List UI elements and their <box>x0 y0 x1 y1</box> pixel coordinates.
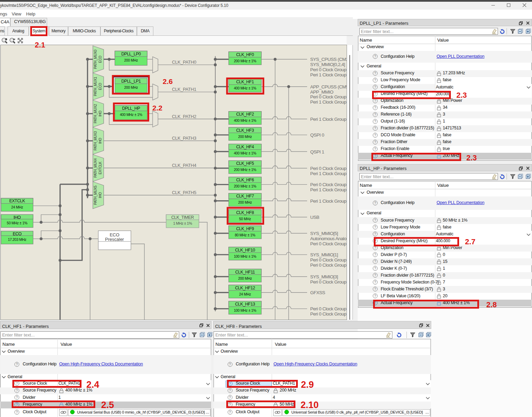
svg-text:SYS_MMIO[3]: SYS_MMIO[3] <box>310 274 338 279</box>
svg-text:CLK_PATH2: CLK_PATH2 <box>172 114 196 119</box>
svg-text:400 MHz ± 1%: 400 MHz ± 1% <box>234 86 256 90</box>
svg-text:IHO: IHO <box>98 192 102 198</box>
svg-text:QSPI 0: QSPI 0 <box>310 132 324 138</box>
svg-text:Prescaler: Prescaler <box>105 237 124 242</box>
svg-text:200 MHz ± 1%: 200 MHz ± 1% <box>234 59 256 63</box>
svg-text:200 MHz ± 1%: 200 MHz ± 1% <box>234 168 256 172</box>
svg-text:400 MHz ± 1%: 400 MHz ± 1% <box>234 118 256 122</box>
svg-text:200 MHz: 200 MHz <box>238 276 252 280</box>
svg-text:PATH_MUX4: PATH_MUX4 <box>94 158 97 178</box>
svg-text:SYS_MMIO[5]: SYS_MMIO[5] <box>310 231 338 236</box>
svg-text:PATH_MUX5: PATH_MUX5 <box>94 185 97 205</box>
svg-text:ECO: ECO <box>98 55 102 63</box>
svg-text:Peri 0 Clock Group: Peri 0 Clock Group <box>310 257 346 263</box>
svg-text:CLK_PATH0: CLK_PATH0 <box>172 60 196 65</box>
svg-text:CLK_HF11: CLK_HF11 <box>235 270 255 275</box>
svg-text:17.203 MHz: 17.203 MHz <box>8 237 26 242</box>
svg-text:CLK_PATH5: CLK_PATH5 <box>172 190 196 195</box>
svg-text:QSPI 1: QSPI 1 <box>310 149 324 154</box>
svg-text:Autonomous Analog: Autonomous Analog <box>310 236 347 241</box>
svg-text:Peri 1 Clock Group: Peri 1 Clock Group <box>310 117 346 122</box>
svg-text:24 MHz: 24 MHz <box>11 205 23 209</box>
svg-text:CLK_HF8: CLK_HF8 <box>236 210 254 215</box>
svg-text:Peri 0 Clock Group: Peri 0 Clock Group <box>310 94 346 99</box>
svg-text:IHO: IHO <box>98 138 102 143</box>
svg-text:Peri 1 Clock Group: Peri 1 Clock Group <box>310 72 346 77</box>
svg-text:ECO: ECO <box>13 232 22 236</box>
svg-text:PATH_MUX2: PATH_MUX2 <box>94 104 97 124</box>
svg-text:Peri 0 Clock Group: Peri 0 Clock Group <box>310 182 346 187</box>
svg-text:Peri 0 Clock Group: Peri 0 Clock Group <box>310 166 346 171</box>
svg-text:SYS_MMIO[0,2,4]: SYS_MMIO[0,2,4] <box>310 62 345 67</box>
svg-text:CLK_HF12: CLK_HF12 <box>235 286 255 290</box>
svg-text:GFXSS: GFXSS <box>310 290 325 295</box>
svg-text:200 MHz: 200 MHz <box>238 200 252 204</box>
svg-text:CLK_PATH4: CLK_PATH4 <box>172 163 196 168</box>
svg-text:PATH_MUX3: PATH_MUX3 <box>94 131 97 151</box>
svg-text:CLK_PATH1: CLK_PATH1 <box>172 87 196 92</box>
svg-text:CLK_TIMER: CLK_TIMER <box>171 215 194 220</box>
svg-text:Peri 1 Clock Group: Peri 1 Clock Group <box>310 99 346 105</box>
svg-text:400 MHz ± 1%: 400 MHz ± 1% <box>234 151 256 155</box>
svg-text:80 MHz ± 1%: 80 MHz ± 1% <box>235 233 256 237</box>
svg-text:DPLL_LP1: DPLL_LP1 <box>121 79 141 84</box>
svg-text:Peri 1 Clock Group: Peri 1 Clock Group <box>310 187 346 192</box>
svg-text:200 MHz ± 1%: 200 MHz ± 1% <box>234 184 256 188</box>
svg-text:24 MHz: 24 MHz <box>239 292 251 296</box>
svg-text:SYS_CPUSS (CM33): SYS_CPUSS (CM33) <box>310 57 347 62</box>
svg-text:ECO: ECO <box>98 83 102 90</box>
svg-text:CLK_HF13: CLK_HF13 <box>235 302 255 307</box>
svg-text:APP_CPUSS (CM55): APP_CPUSS (CM55) <box>310 84 347 89</box>
svg-text:CLK_HF6: CLK_HF6 <box>236 178 254 182</box>
svg-text:PATH_MUX0: PATH_MUX0 <box>94 50 97 69</box>
svg-text:Peri 0 Clock Group: Peri 0 Clock Group <box>310 311 346 317</box>
svg-text:2.2: 2.2 <box>152 104 162 112</box>
svg-text:Peri 1 Clock Group: Peri 1 Clock Group <box>310 171 346 176</box>
svg-text:DPLL_LP0: DPLL_LP0 <box>121 52 141 56</box>
svg-text:CLK_HF3: CLK_HF3 <box>236 128 254 133</box>
svg-text:Peri 0 Clock Group: Peri 0 Clock Group <box>310 279 346 285</box>
svg-text:200 MHz: 200 MHz <box>238 135 252 139</box>
svg-text:100 MHz ± 1%: 100 MHz ± 1% <box>234 254 256 258</box>
svg-text:CLK_HF1: CLK_HF1 <box>236 79 254 84</box>
svg-text:Peri 0 Clock Group: Peri 0 Clock Group <box>310 306 346 311</box>
svg-text:CLK_HF7: CLK_HF7 <box>236 194 254 199</box>
svg-text:EXTCLK: EXTCLK <box>98 161 102 174</box>
svg-text:EXTCLK: EXTCLK <box>9 199 25 203</box>
svg-text:CLK_HF2: CLK_HF2 <box>236 112 254 117</box>
svg-text:Peri 1 Clock Group: Peri 1 Clock Group <box>310 199 346 204</box>
svg-text:200 MHz: 200 MHz <box>124 85 138 89</box>
svg-text:400 MHz ± 1%: 400 MHz ± 1% <box>120 113 142 117</box>
svg-text:Peri 0 Clock Group: Peri 0 Clock Group <box>310 241 346 246</box>
svg-text:CLK_HF10: CLK_HF10 <box>235 248 255 253</box>
svg-text:Peri 0 Clock Group: Peri 0 Clock Group <box>310 263 346 268</box>
svg-text:50 MHz ± 1%: 50 MHz ± 1% <box>7 221 28 225</box>
svg-text:PATH_MUX1: PATH_MUX1 <box>94 77 97 96</box>
svg-text:2.6: 2.6 <box>163 77 173 85</box>
svg-text:50 MHz: 50 MHz <box>239 217 251 221</box>
svg-text:100 MHz ± 1%: 100 MHz ± 1% <box>234 308 256 312</box>
svg-text:SYS_MMIO[1]: SYS_MMIO[1] <box>310 252 338 257</box>
svg-text:CLK_PATH3: CLK_PATH3 <box>172 136 196 141</box>
svg-text:Peri 0 Clock Group: Peri 0 Clock Group <box>310 67 346 72</box>
svg-text:200 MHz: 200 MHz <box>124 58 138 62</box>
svg-text:DPLL_HP: DPLL_HP <box>122 106 140 111</box>
svg-text:CLK_HF4: CLK_HF4 <box>236 145 254 149</box>
svg-text:IHO: IHO <box>13 215 21 220</box>
svg-text:CLK_HF9: CLK_HF9 <box>236 226 254 231</box>
svg-text:CLK_HF0: CLK_HF0 <box>236 52 254 57</box>
svg-text:CLK_HF5: CLK_HF5 <box>236 161 254 166</box>
svg-text:USB: USB <box>310 215 319 220</box>
svg-text:APP_MMIO: APP_MMIO <box>310 89 333 95</box>
svg-text:IHO: IHO <box>98 110 102 116</box>
svg-text:1 MHz ± 1%: 1 MHz ± 1% <box>173 221 192 225</box>
